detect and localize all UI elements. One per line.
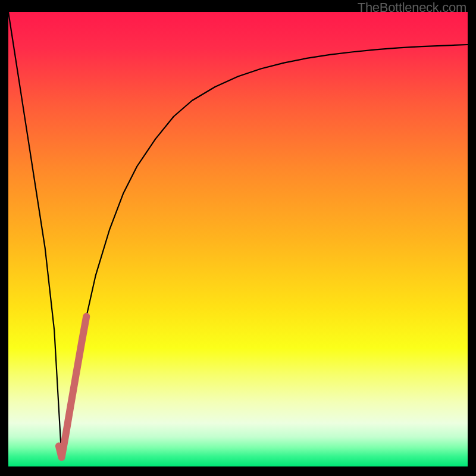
watermark-text: TheBottleneck.com: [358, 0, 466, 15]
bottleneck-chart: [8, 12, 468, 466]
gradient-background: [8, 12, 468, 466]
